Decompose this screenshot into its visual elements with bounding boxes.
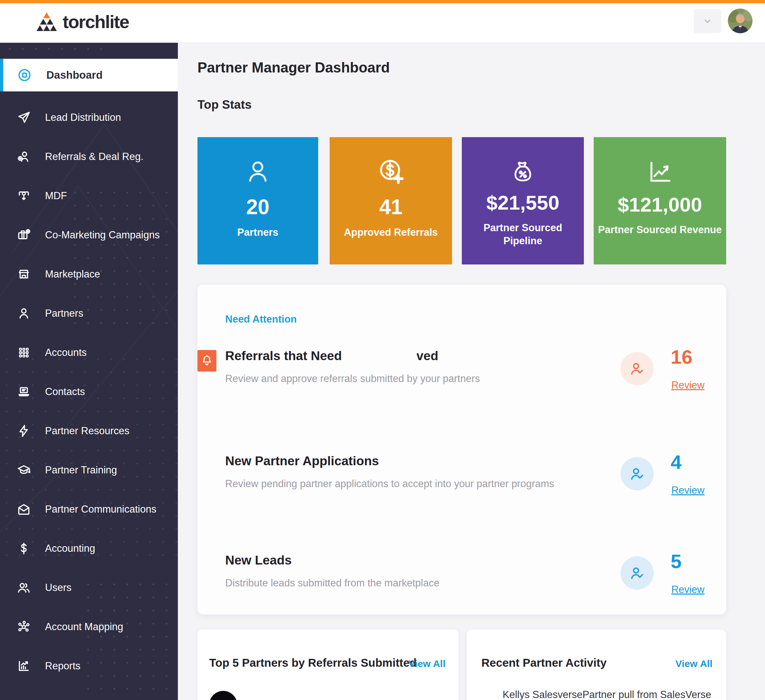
sidebar-item-users[interactable]: Users <box>0 568 178 607</box>
person-icon <box>16 306 31 321</box>
avatar[interactable] <box>728 8 752 33</box>
attention-row-description: Review pending partner applications to a… <box>225 478 554 490</box>
lightning-icon <box>16 424 31 438</box>
dollar-plus-icon <box>375 156 407 188</box>
trend-up-icon <box>645 156 675 188</box>
referral-person-icon <box>16 149 31 164</box>
attention-row-applications: New Partner Applications Review pending … <box>197 452 726 550</box>
view-all-link[interactable]: View All <box>675 658 713 669</box>
person-icon <box>243 156 273 188</box>
storefront-icon <box>16 267 31 282</box>
attention-row-description: Review and approve referrals submitted b… <box>225 373 480 385</box>
stat-value: 20 <box>246 197 269 218</box>
sidebar-item-label: Referrals & Deal Reg. <box>45 151 143 162</box>
network-icon <box>16 620 31 634</box>
sidebar-item-partner-training[interactable]: Partner Training <box>0 451 178 490</box>
sidebar-item-label: Partner Communications <box>45 503 156 515</box>
laptop-icon <box>16 384 31 399</box>
sidebar-item-lead-distribution[interactable]: Lead Distribution <box>0 98 178 137</box>
sidebar-item-label: Partner Resources <box>45 425 129 437</box>
top-bar: torchlite <box>0 0 765 43</box>
sidebar-item-label: Marketplace <box>45 268 100 280</box>
bell-icon <box>197 350 216 372</box>
stat-value: $21,550 <box>486 192 559 213</box>
briefcase-plus-icon <box>16 227 31 243</box>
sidebar-item-account-mapping[interactable]: Account Mapping <box>0 607 178 646</box>
review-link[interactable]: Review <box>671 484 705 496</box>
attention-row-title: New Partner Applications <box>225 454 379 468</box>
sidebar-item-label: Partners <box>45 307 83 319</box>
attention-count: 4 <box>671 452 682 472</box>
sidebar-item-accounts[interactable]: Accounts <box>0 333 178 372</box>
stat-card-partners: 20 Partners <box>197 137 318 265</box>
sidebar-item-label: Accounting <box>45 542 95 554</box>
person-check-icon <box>620 352 654 385</box>
panel-title: Top 5 Partners by Referrals Submitted <box>209 656 416 669</box>
chevron-down-icon <box>703 16 713 26</box>
stat-label: Approved Referrals <box>334 226 448 239</box>
envelope-icon <box>16 502 31 517</box>
sidebar-item-label: Partner Training <box>45 464 117 476</box>
view-all-link[interactable]: View All <box>409 658 445 669</box>
need-attention-heading: Need Attention <box>225 314 297 325</box>
person-check-icon <box>620 557 654 590</box>
sidebar-item-label: Users <box>45 582 71 594</box>
torchlite-mark-icon <box>36 13 57 31</box>
top-stats-heading: Top Stats <box>197 98 252 112</box>
review-link[interactable]: Review <box>671 584 705 596</box>
stat-label: Partners <box>227 226 288 239</box>
person-check-icon <box>620 457 654 490</box>
brand-name: torchlite <box>63 11 129 32</box>
app-window: torchlite <box>0 0 765 700</box>
attention-count: 5 <box>671 552 682 571</box>
need-attention-card: Need Attention Referrals that Need to be… <box>197 285 726 615</box>
sidebar-item-marketplace[interactable]: Marketplace <box>0 255 178 294</box>
attention-row-title: New Leads <box>225 553 292 568</box>
users-icon <box>16 580 31 595</box>
stat-card-approved-referrals: 41 Approved Referrals <box>330 137 452 265</box>
dollar-icon <box>16 541 31 556</box>
sidebar-item-label: Account Mapping <box>45 621 123 633</box>
activity-item: Kellys SalesversePartner pull from Sales… <box>503 689 711 700</box>
partner-avatar <box>209 691 237 700</box>
recent-activity-card: Recent Partner Activity View All Kellys … <box>467 629 726 700</box>
mdf-funds-icon <box>16 188 31 203</box>
sidebar-item-mdf[interactable]: MDF <box>0 176 178 216</box>
sidebar-item-accounting[interactable]: Accounting <box>0 529 178 568</box>
graduation-cap-icon <box>16 463 31 478</box>
sidebar-item-reports[interactable]: Reports <box>0 646 178 686</box>
paper-plane-icon <box>16 110 31 125</box>
top-partners-card: Top 5 Partners by Referrals Submitted Vi… <box>197 629 458 700</box>
sidebar-item-label: Dashboard <box>46 69 102 81</box>
sidebar-item-partner-communications[interactable]: Partner Communications <box>0 490 178 529</box>
dashboard-icon <box>17 68 32 83</box>
sidebar-item-label: Lead Distribution <box>45 112 121 123</box>
stat-label: Partner Sourced Revenue <box>598 223 722 236</box>
sidebar-item-partners[interactable]: Partners <box>0 294 178 333</box>
stat-value: 41 <box>379 197 402 218</box>
stat-value: $121,000 <box>618 195 702 215</box>
user-menu-button[interactable] <box>694 9 721 33</box>
sidebar-nav: Lead Distribution Referrals & Deal Reg. … <box>0 98 178 686</box>
sidebar: Dashboard Lead Distribution Referrals & … <box>0 43 178 700</box>
stat-card-partner-sourced-revenue: $121,000 Partner Sourced Revenue <box>593 137 726 265</box>
sidebar-item-contacts[interactable]: Contacts <box>0 372 178 411</box>
attention-row-description: Distribute leads submitted from the mark… <box>225 577 439 589</box>
grid-icon <box>16 345 31 360</box>
review-link[interactable]: Review <box>671 379 705 391</box>
top-stats-row: 20 Partners 41 Approved Referrals $21,55… <box>197 137 726 265</box>
sidebar-item-label: Co-Marketing Campaigns <box>45 229 160 241</box>
sidebar-item-referrals-deal-reg[interactable]: Referrals & Deal Reg. <box>0 137 178 176</box>
attention-count: 16 <box>671 347 693 367</box>
sidebar-item-label: Reports <box>45 660 80 672</box>
attention-row-referrals: Referrals that Need to be Approved Revie… <box>197 347 726 445</box>
brand-logo[interactable]: torchlite <box>36 10 129 33</box>
sidebar-item-co-marketing[interactable]: Co-Marketing Campaigns <box>0 216 178 255</box>
sidebar-item-label: Accounts <box>45 347 87 358</box>
chart-icon <box>16 659 31 673</box>
render-artifact-overlay <box>341 345 417 374</box>
sidebar-item-dashboard[interactable]: Dashboard <box>0 59 178 91</box>
sidebar-item-partner-resources[interactable]: Partner Resources <box>0 411 178 451</box>
sidebar-item-label: MDF <box>45 190 67 202</box>
stat-card-partner-sourced-pipeline: $21,550 Partner Sourced Pipeline <box>462 137 584 265</box>
